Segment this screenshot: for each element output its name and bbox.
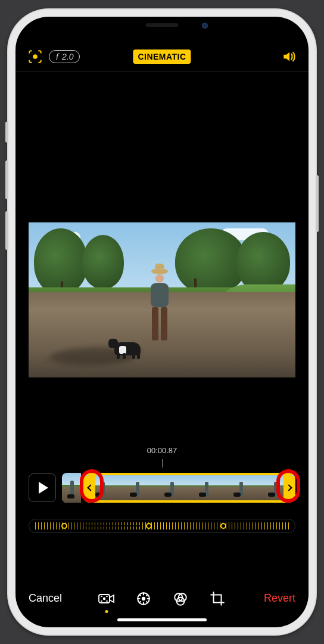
front-camera (202, 23, 208, 29)
power-button (316, 175, 319, 232)
revert-button[interactable]: Revert (264, 592, 295, 605)
tab-crop[interactable] (209, 590, 226, 607)
tool-tabs (98, 590, 226, 607)
filmstrip-thumbnail[interactable] (224, 475, 258, 500)
filmstrip-thumbnail[interactable] (189, 475, 224, 500)
filmstrip-thumbnail[interactable] (155, 475, 189, 500)
volume-down-button (5, 211, 8, 250)
speaker-grille (146, 23, 179, 27)
svg-point-2 (103, 597, 105, 599)
filmstrip[interactable] (62, 473, 295, 503)
timeline-row (29, 471, 295, 504)
tab-video[interactable] (98, 590, 115, 607)
timestamp-label: 00:00.87 (15, 446, 309, 455)
play-button[interactable] (29, 473, 56, 502)
home-indicator[interactable] (117, 618, 207, 621)
volume-icon[interactable] (281, 49, 297, 64)
notch (99, 17, 225, 35)
focus-keyframe[interactable] (146, 523, 152, 529)
trim-handle-right[interactable] (284, 475, 295, 500)
header-right-group (281, 49, 297, 64)
svg-point-0 (33, 54, 38, 59)
svg-point-4 (142, 597, 145, 599)
active-tab-indicator (105, 610, 108, 613)
chevron-left-icon (87, 484, 94, 491)
trim-region[interactable] (83, 473, 295, 503)
subject-dog (108, 334, 150, 359)
fstop-button[interactable]: ƒ 2.0 (49, 50, 80, 63)
leading-thumbnail (62, 473, 81, 503)
mute-switch (5, 122, 8, 143)
chevron-right-icon (285, 484, 292, 491)
depth-toggle-icon[interactable] (27, 49, 43, 64)
tab-adjust[interactable] (135, 590, 152, 607)
fstop-prefix: ƒ (55, 52, 60, 61)
focus-keyframe[interactable] (220, 523, 226, 529)
mode-badge[interactable]: CINEMATIC (133, 49, 191, 64)
focus-keyframe-track[interactable] (29, 519, 295, 533)
tab-filters[interactable] (172, 590, 189, 607)
play-icon (39, 482, 48, 494)
header-left-group: ƒ 2.0 (27, 49, 80, 64)
cancel-button[interactable]: Cancel (29, 592, 62, 605)
editor-footer: Cancel (15, 585, 309, 609)
editor-header: ƒ 2.0 CINEMATIC (15, 45, 309, 72)
phone-frame: ƒ 2.0 CINEMATIC (7, 8, 317, 636)
trim-handle-left[interactable] (83, 475, 95, 500)
focus-keyframe[interactable] (61, 523, 67, 529)
video-preview[interactable] (29, 222, 295, 377)
fstop-value: 2.0 (62, 52, 73, 61)
playhead-tick (162, 459, 163, 467)
screen: ƒ 2.0 CINEMATIC (15, 17, 309, 627)
filmstrip-thumbnail[interactable] (120, 475, 155, 500)
volume-up-button (5, 160, 8, 199)
